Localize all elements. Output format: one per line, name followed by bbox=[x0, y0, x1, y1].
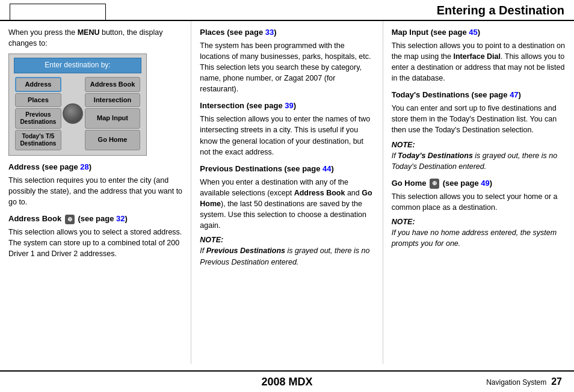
map-input-page-link[interactable]: 45 bbox=[469, 28, 477, 37]
bottom-right: Navigation System 27 bbox=[486, 376, 562, 387]
page-number: 27 bbox=[551, 376, 562, 387]
map-input-heading: Map Input (see page 45) bbox=[392, 27, 566, 38]
page-title: Entering a Destination bbox=[437, 4, 564, 17]
address-page-link[interactable]: 28 bbox=[80, 162, 88, 171]
nav-header: Enter destination by: bbox=[14, 58, 141, 73]
address-book-text: This selection allows you to select a st… bbox=[8, 227, 182, 259]
column-2: Places (see page 33) The system has been… bbox=[191, 21, 383, 364]
nav-btn-places: Places bbox=[15, 93, 61, 107]
note1: NOTE: If Previous Destinations is grayed… bbox=[200, 234, 374, 267]
prev-dest-text: When you enter a destination with any of… bbox=[200, 177, 374, 231]
nav-joystick bbox=[63, 103, 83, 124]
places-heading: Places (see page 33) bbox=[200, 27, 374, 38]
map-input-text: This selection allows you to point to a … bbox=[392, 40, 566, 84]
nav-btn-address-book: Address Book bbox=[85, 77, 140, 92]
go-home-text: This selection allows you to select your… bbox=[392, 191, 566, 213]
main-content: When you press the MENU button, the disp… bbox=[0, 21, 574, 364]
nav-btn-intersection: Intersection bbox=[85, 93, 140, 107]
intro-text: When you press the MENU button, the disp… bbox=[8, 27, 182, 49]
nav-system-label: Navigation System bbox=[486, 378, 546, 387]
address-book-page-link[interactable]: 32 bbox=[116, 214, 125, 223]
top-bar: Entering a Destination bbox=[0, 0, 574, 21]
nav-btn-prev-dest: Previous Destinations bbox=[15, 108, 61, 129]
todays-dest-text: You can enter and sort up to five destin… bbox=[392, 103, 566, 135]
prev-dest-heading: Previous Destinations (see page 44) bbox=[200, 164, 374, 175]
address-book-heading: Address Book ⊕ (see page 32) bbox=[8, 213, 182, 225]
address-heading: Address (see page 28) bbox=[8, 162, 182, 173]
nav-btn-address: Address bbox=[15, 77, 61, 92]
todays-dest-heading: Today's Destinations (see page 47) bbox=[392, 90, 566, 101]
nav-btn-go-home: Go Home bbox=[85, 130, 140, 150]
places-page-link[interactable]: 33 bbox=[265, 28, 274, 37]
nav-btn-map-input: Map Input bbox=[85, 108, 140, 129]
intersection-text: This selection allows you to enter the n… bbox=[200, 114, 374, 158]
intersection-heading: Intersection (see page 39) bbox=[200, 100, 374, 112]
go-home-heading: Go Home ⊕ (see page 49) bbox=[392, 178, 566, 189]
menu-keyword: MENU bbox=[78, 28, 100, 37]
todays-page-link[interactable]: 47 bbox=[510, 90, 518, 99]
note3: NOTE: If you have no home address entere… bbox=[392, 216, 566, 249]
column-1: When you press the MENU button, the disp… bbox=[0, 21, 191, 364]
go-home-icon: ⊕ bbox=[430, 179, 439, 189]
intersection-page-link[interactable]: 39 bbox=[285, 101, 293, 110]
nav-btn-todays: Today's T/5 Destinations bbox=[15, 130, 61, 150]
column-3: Map Input (see page 45) This selection a… bbox=[383, 21, 574, 364]
places-text: The system has been programmed with the … bbox=[200, 40, 374, 95]
go-home-page-link[interactable]: 49 bbox=[481, 179, 489, 188]
note2: NOTE: If Today's Destinations is grayed … bbox=[392, 139, 566, 172]
nav-buttons-grid: Address Address Book Places Intersection… bbox=[14, 76, 141, 152]
bottom-bar: 2008 MDX Navigation System 27 bbox=[0, 370, 574, 392]
bottom-title: 2008 MDX bbox=[261, 376, 312, 388]
nav-image-panel: Enter destination by: Address Address Bo… bbox=[8, 54, 147, 156]
address-text: This selection requires you to enter the… bbox=[8, 175, 182, 207]
blank-box bbox=[10, 4, 106, 20]
address-book-icon: ⊕ bbox=[65, 215, 75, 225]
prev-dest-page-link[interactable]: 44 bbox=[322, 164, 331, 173]
